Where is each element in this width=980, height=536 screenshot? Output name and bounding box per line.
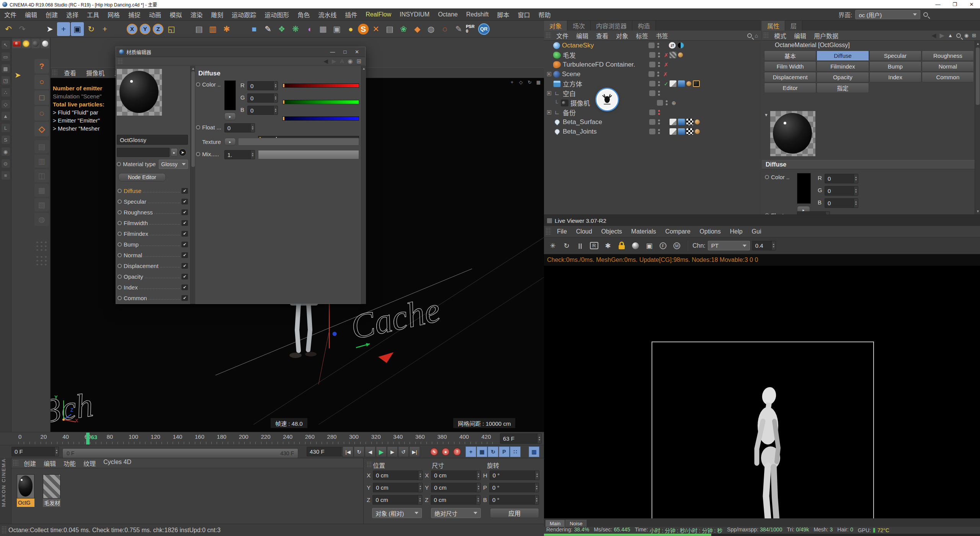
object-row[interactable]: + └ 毛发 ✗	[544, 50, 761, 60]
record-button[interactable]: ✎	[428, 446, 440, 457]
paint-tag-icon[interactable]	[670, 128, 676, 135]
float-field[interactable]: 0▲▼	[797, 211, 830, 214]
timeline-ruler[interactable]: 0204060801001201401601802002202402602803…	[11, 432, 544, 445]
live-viewer-menu-item[interactable]: Compare	[661, 228, 695, 235]
mix-slider[interactable]	[258, 150, 359, 159]
color-g-field[interactable]: 0▲▼	[247, 93, 278, 103]
menu-item[interactable]: 工具	[83, 10, 103, 19]
layer-chip[interactable]	[649, 90, 655, 96]
toolbar-icon[interactable]	[179, 22, 192, 36]
attribute-menu-item[interactable]: 模式	[770, 31, 790, 40]
channel-row[interactable]: Editor ✔	[116, 303, 189, 304]
toolbar-icon[interactable]	[112, 22, 125, 36]
channel-checkbox[interactable]: ✔	[181, 209, 188, 215]
attribute-menu-item[interactable]: 用户数据	[810, 31, 842, 40]
new-panel-icon[interactable]: ⊞	[972, 33, 976, 38]
channel-row[interactable]: Common ✔	[116, 293, 189, 303]
attribute-section-button[interactable]: Specular	[869, 51, 921, 61]
object-manager-menu-item[interactable]: 编辑	[572, 31, 592, 40]
current-frame-field[interactable]: 63 F▲▼	[500, 433, 542, 444]
channel-checkbox[interactable]: ✔	[181, 242, 188, 247]
layer-chip[interactable]	[649, 52, 655, 58]
menu-item[interactable]: 网格	[103, 10, 124, 19]
left-pane-scrollbar[interactable]: ▲	[190, 66, 195, 304]
search-icon[interactable]	[956, 33, 961, 38]
object-manager-menu-item[interactable]: 标签	[632, 31, 652, 40]
toolbar-icon[interactable]: ◱	[165, 22, 178, 36]
object-row[interactable]: + └ OctaneSky	[544, 41, 761, 50]
mode-icon[interactable]: ≡	[2, 171, 10, 180]
object-row[interactable]: + └ TurbulenceFD Container. ✗	[544, 60, 761, 69]
grip-handle[interactable]	[52, 69, 57, 76]
layer-chip[interactable]	[649, 119, 655, 125]
object-manager-menu-item[interactable]: 查看	[592, 31, 612, 40]
material-manager-menu-item[interactable]: 功能	[60, 459, 80, 468]
texture-expand-button[interactable]: ▸	[224, 138, 236, 145]
mode-icon[interactable]: ◉	[2, 147, 10, 156]
toolbar-icon[interactable]: ■	[248, 22, 261, 36]
rotation-p-field[interactable]: 0 °▲▼	[489, 483, 539, 492]
position-y-field[interactable]: 0 cm▲▼	[373, 483, 423, 492]
live-viewer-tool-icon[interactable]: M	[671, 240, 683, 252]
render-view-tab[interactable]: Noise	[565, 520, 586, 527]
object-manager-tab[interactable]: 对象	[544, 21, 567, 31]
close-button[interactable]: ✕	[355, 49, 359, 55]
menu-item[interactable]: 动画	[145, 10, 165, 19]
transport-button[interactable]: ↻	[354, 446, 364, 457]
object-row[interactable]: + └ 摄像机 ⊕	[544, 98, 761, 108]
keying-button[interactable]: +	[466, 446, 476, 457]
channel-checkbox[interactable]: ✔	[181, 220, 188, 226]
node-editor-button[interactable]: Node Editor	[118, 173, 166, 181]
toolbar-icon[interactable]: ▤	[193, 22, 206, 36]
tag-icons[interactable]	[669, 42, 684, 49]
menu-item[interactable]: 渲染	[186, 10, 207, 19]
live-viewer-tool-icon[interactable]: ✳	[547, 240, 559, 252]
range-slider[interactable]: 0 F 430 F	[62, 448, 298, 458]
paint-tag-icon[interactable]	[670, 119, 676, 125]
shader-menu-button[interactable]: ▸	[171, 148, 178, 157]
toolbar-icon[interactable]: ✱	[220, 22, 233, 36]
attribute-section-button[interactable]: Opacity	[817, 72, 869, 82]
toolbar-icon[interactable]: ●	[344, 22, 357, 36]
mode-icon[interactable]: ◳	[2, 76, 10, 85]
grip-handle[interactable]	[118, 58, 123, 64]
material-name-field[interactable]: OctGlossy	[117, 135, 188, 145]
visibility-dots[interactable]	[657, 52, 660, 57]
skytag-tag-icon[interactable]	[677, 42, 684, 49]
object-row[interactable]: + └ 备份	[544, 108, 761, 117]
live-viewer-menu-item[interactable]: Cloud	[572, 228, 597, 235]
cursor-icon[interactable]: ▲	[948, 33, 953, 38]
menu-item[interactable]: 窗口	[513, 10, 534, 19]
stripe-tag-icon[interactable]	[670, 52, 676, 58]
object-label[interactable]: 毛发	[563, 50, 649, 60]
attribute-menu-item[interactable]: 编辑	[790, 31, 810, 40]
toolbar-icon[interactable]: ▣	[71, 22, 84, 36]
float-field[interactable]: 0▲▼	[224, 123, 255, 132]
object-label[interactable]: OctaneSky	[562, 42, 648, 49]
toolbar-icon[interactable]: ▦	[317, 22, 330, 36]
toolbar-icon[interactable]: Z	[153, 24, 163, 34]
object-manager-tab[interactable]: 内容浏览器	[591, 21, 632, 31]
mode-icon[interactable]: S	[2, 136, 10, 144]
menu-item[interactable]: 模拟	[165, 10, 186, 19]
state-icon[interactable]: ✓	[663, 81, 670, 87]
circlearrows-tag-icon[interactable]	[669, 42, 676, 49]
state-icon[interactable]: ⊕	[670, 100, 677, 106]
visibility-dots[interactable]	[657, 72, 660, 77]
back-arrow-icon[interactable]: ◀	[931, 32, 936, 39]
timeline-window-button[interactable]: ▥	[529, 446, 539, 457]
sampling-field[interactable]: 0.4▲▼	[752, 241, 776, 250]
channel-row[interactable]: Roughness ✔	[116, 207, 189, 217]
toolbar-icon[interactable]: ▣	[330, 22, 343, 36]
expand-icon[interactable]: +	[547, 110, 551, 114]
rotation-b-field[interactable]: 0 °▲▼	[489, 495, 539, 505]
attribute-section-button[interactable]: Editor	[764, 83, 816, 93]
menu-item[interactable]: 帮助	[534, 10, 555, 19]
grip-handle[interactable]	[13, 460, 18, 467]
interface-select[interactable]: oc (用户)	[855, 10, 920, 19]
visibility-dots[interactable]	[657, 43, 660, 48]
menu-item[interactable]: 捕捉	[124, 10, 145, 19]
attribute-material-preview[interactable]	[770, 111, 815, 156]
channel-row[interactable]: Displacement ✔	[116, 260, 189, 271]
selection-tool-button[interactable]: ◇	[34, 122, 49, 136]
